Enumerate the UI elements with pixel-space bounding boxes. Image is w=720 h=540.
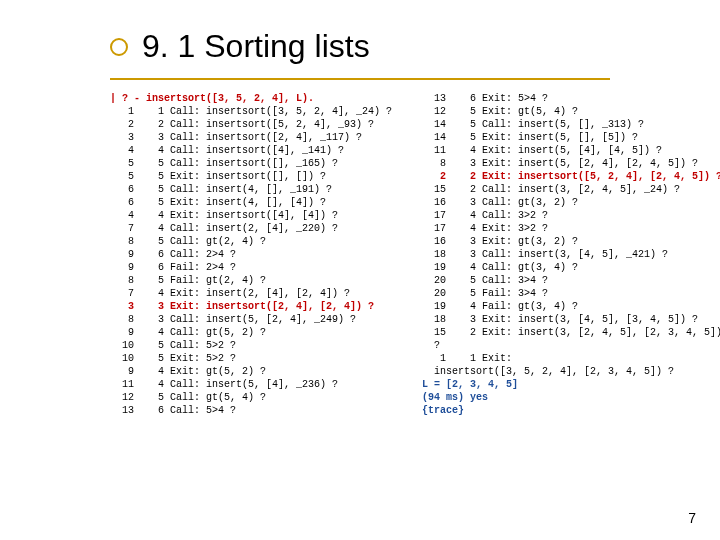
trace-line: 6 5 Exit: insert(4, [], [4]) ? [110, 196, 392, 209]
trace-left-column: | ? - insertsort([3, 5, 2, 4], L). 1 1 C… [110, 92, 392, 417]
trace-line: 11 4 Exit: insert(5, [4], [4, 5]) ? [422, 144, 720, 157]
trace-line: 8 5 Call: gt(2, 4) ? [110, 235, 392, 248]
trace-line: 10 5 Exit: 5>2 ? [110, 352, 392, 365]
trace-line: 18 3 Exit: insert(3, [4, 5], [3, 4, 5]) … [422, 313, 720, 326]
trace-line: insertsort([3, 5, 2, 4], [2, 3, 4, 5]) ? [422, 365, 720, 378]
trace-line: 3 3 Exit: insertsort([2, 4], [2, 4]) ? [110, 300, 392, 313]
trace-line: 3 3 Call: insertsort([2, 4], _117) ? [110, 131, 392, 144]
trace-line: 13 6 Call: 5>4 ? [110, 404, 392, 417]
trace-right-column: 13 6 Exit: 5>4 ? 12 5 Exit: gt(5, 4) ? 1… [422, 92, 720, 417]
trace-line: 4 4 Exit: insertsort([4], [4]) ? [110, 209, 392, 222]
trace-line: 7 4 Call: insert(2, [4], _220) ? [110, 222, 392, 235]
trace-line: 9 6 Fail: 2>4 ? [110, 261, 392, 274]
trace-line: 18 3 Call: insert(3, [4, 5], _421) ? [422, 248, 720, 261]
trace-line: 2 2 Call: insertsort([5, 2, 4], _93) ? [110, 118, 392, 131]
trace-line: 2 2 Exit: insertsort([5, 2, 4], [2, 4, 5… [422, 170, 720, 183]
trace-line: 17 4 Exit: 3>2 ? [422, 222, 720, 235]
trace-line: 20 5 Fail: 3>4 ? [422, 287, 720, 300]
trace-line: 5 5 Call: insertsort([], _165) ? [110, 157, 392, 170]
title-underline [110, 78, 610, 80]
trace-line: 16 3 Call: gt(3, 2) ? [422, 196, 720, 209]
page-number: 7 [688, 510, 696, 526]
trace-line: 9 4 Exit: gt(5, 2) ? [110, 365, 392, 378]
trace-line: 20 5 Call: 3>4 ? [422, 274, 720, 287]
trace-line: 19 4 Fail: gt(3, 4) ? [422, 300, 720, 313]
trace-line: 19 4 Call: gt(3, 4) ? [422, 261, 720, 274]
trace-line: 16 3 Exit: gt(3, 2) ? [422, 235, 720, 248]
trace-line: 15 2 Call: insert(3, [2, 4, 5], _24) ? [422, 183, 720, 196]
trace-line: 17 4 Call: 3>2 ? [422, 209, 720, 222]
trace-line: 1 1 Call: insertsort([3, 5, 2, 4], _24) … [110, 105, 392, 118]
trace-columns: | ? - insertsort([3, 5, 2, 4], L). 1 1 C… [110, 92, 690, 417]
trace-line: 12 5 Call: gt(5, 4) ? [110, 391, 392, 404]
trace-line: 7 4 Exit: insert(2, [4], [2, 4]) ? [110, 287, 392, 300]
title-bullet-icon [110, 38, 128, 56]
trace-line: ? [422, 339, 720, 352]
trace-line: 9 4 Call: gt(5, 2) ? [110, 326, 392, 339]
trace-line: 11 4 Call: insert(5, [4], _236) ? [110, 378, 392, 391]
trace-line: 8 5 Fail: gt(2, 4) ? [110, 274, 392, 287]
trace-line: {trace} [422, 404, 720, 417]
trace-line: 12 5 Exit: gt(5, 4) ? [422, 105, 720, 118]
trace-line: 14 5 Call: insert(5, [], _313) ? [422, 118, 720, 131]
trace-line: | ? - insertsort([3, 5, 2, 4], L). [110, 92, 392, 105]
trace-line: 8 3 Call: insert(5, [2, 4], _249) ? [110, 313, 392, 326]
trace-line: 4 4 Call: insertsort([4], _141) ? [110, 144, 392, 157]
trace-line: 1 1 Exit: [422, 352, 720, 365]
trace-line: 13 6 Exit: 5>4 ? [422, 92, 720, 105]
trace-line: 8 3 Exit: insert(5, [2, 4], [2, 4, 5]) ? [422, 157, 720, 170]
trace-line: 14 5 Exit: insert(5, [], [5]) ? [422, 131, 720, 144]
trace-line: (94 ms) yes [422, 391, 720, 404]
trace-line: 10 5 Call: 5>2 ? [110, 339, 392, 352]
slide-title: 9. 1 Sorting lists [142, 28, 370, 65]
trace-line: 15 2 Exit: insert(3, [2, 4, 5], [2, 3, 4… [422, 326, 720, 339]
trace-line: 6 5 Call: insert(4, [], _191) ? [110, 183, 392, 196]
trace-line: L = [2, 3, 4, 5] [422, 378, 720, 391]
trace-line: 5 5 Exit: insertsort([], []) ? [110, 170, 392, 183]
trace-line: 9 6 Call: 2>4 ? [110, 248, 392, 261]
